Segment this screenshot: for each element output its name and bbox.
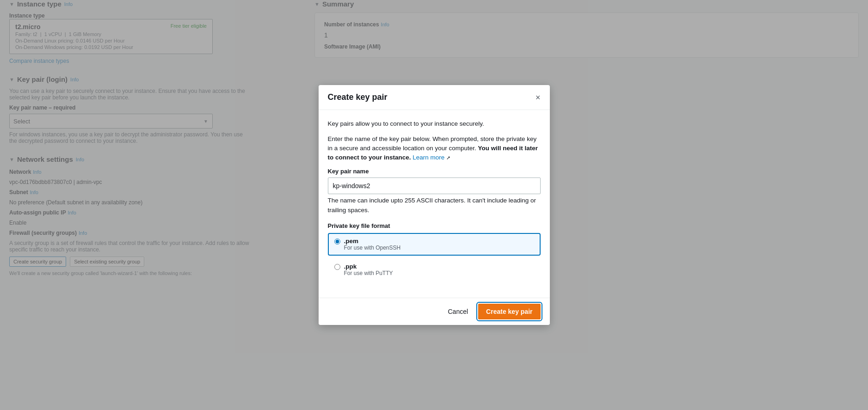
ppk-desc: For use with PuTTY: [344, 270, 393, 276]
modal-title: Create key pair: [328, 92, 388, 102]
private-key-format-label: Private key file format: [328, 222, 541, 229]
ppk-option[interactable]: .ppk For use with PuTTY: [328, 258, 541, 281]
pem-content: .pem For use with OpenSSH: [344, 238, 401, 251]
modal-header: Create key pair ×: [319, 85, 550, 110]
key-pair-name-input[interactable]: [328, 177, 541, 194]
pem-label: .pem: [344, 238, 401, 245]
create-key-pair-button[interactable]: Create key pair: [478, 304, 540, 319]
pem-radio[interactable]: [334, 239, 340, 245]
modal-description-1: Key pairs allow you to connect to your i…: [328, 119, 541, 129]
modal-close-button[interactable]: ×: [536, 93, 541, 102]
key-pair-name-hint: The name can include upto 255 ASCII char…: [328, 196, 541, 215]
learn-more-link[interactable]: Learn more: [412, 154, 444, 161]
ppk-label: .ppk: [344, 263, 393, 270]
cancel-button[interactable]: Cancel: [443, 305, 474, 318]
ppk-radio[interactable]: [334, 264, 340, 270]
modal-description-2: Enter the name of the key pair below. Wh…: [328, 135, 541, 163]
key-pair-name-label: Key pair name: [328, 168, 541, 175]
modal-overlay: Create key pair × Key pairs allow you to…: [0, 0, 868, 410]
pem-desc: For use with OpenSSH: [344, 245, 401, 251]
page-container: ▼ Instance type Info Instance type t2.mi…: [0, 0, 868, 410]
ppk-content: .ppk For use with PuTTY: [344, 263, 393, 276]
modal-body: Key pairs allow you to connect to your i…: [319, 110, 550, 298]
private-key-format-group: Private key file format .pem For use wit…: [328, 222, 541, 281]
pem-option[interactable]: .pem For use with OpenSSH: [328, 233, 541, 256]
modal-footer: Cancel Create key pair: [319, 298, 550, 325]
create-key-pair-modal: Create key pair × Key pairs allow you to…: [319, 85, 550, 325]
key-pair-name-group: Key pair name 1 The name can include upt…: [328, 168, 541, 215]
